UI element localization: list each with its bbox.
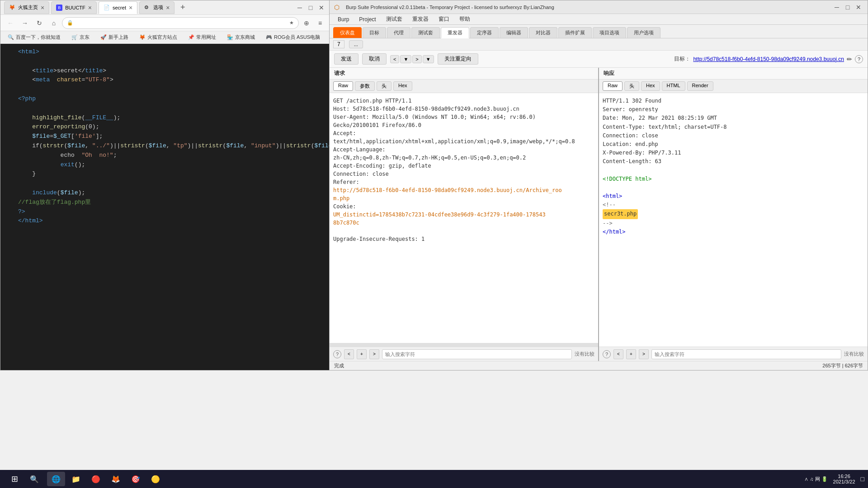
tab-secret[interactable]: 📄 secret × bbox=[99, 1, 137, 14]
taskbar-explorer-icon[interactable]: 📁 bbox=[67, 472, 85, 486]
resp-tab-render[interactable]: Render bbox=[687, 81, 713, 91]
response-content[interactable]: HTTP/1.1 302 Found Server: openresty Dat… bbox=[599, 93, 868, 347]
taskbar-browser-icon[interactable]: 🌐 bbox=[47, 472, 65, 486]
tab-secret-close[interactable]: × bbox=[129, 4, 132, 11]
notification-icon[interactable]: □ bbox=[861, 475, 864, 483]
taskbar-app1-icon[interactable]: 🔴 bbox=[87, 472, 105, 486]
tab-buuctf-close[interactable]: × bbox=[88, 4, 92, 11]
resp-tab-raw[interactable]: Raw bbox=[603, 81, 623, 91]
tab-repeater[interactable]: 重发器 bbox=[441, 27, 469, 38]
code-line-6: <?php bbox=[0, 94, 330, 104]
menu-burp[interactable]: Burp bbox=[333, 15, 354, 23]
request-search-input[interactable] bbox=[382, 349, 572, 359]
tab-compare[interactable]: 对比器 bbox=[529, 27, 557, 38]
resp-search-next2[interactable]: > bbox=[639, 349, 649, 359]
tab-project-options[interactable]: 项目选项 bbox=[593, 27, 626, 38]
bookmark-beginner[interactable]: 🚀 新手上路 bbox=[97, 33, 132, 42]
req-search-prev[interactable]: < bbox=[344, 349, 354, 359]
req-tab-hex[interactable]: Hex bbox=[393, 81, 412, 91]
req-line-16: 8b7c870c bbox=[333, 219, 594, 227]
req-search-next2[interactable]: > bbox=[369, 349, 379, 359]
tab-firefox-close[interactable]: × bbox=[41, 4, 44, 11]
browser-minimize[interactable]: ─ bbox=[295, 3, 304, 12]
home-button[interactable]: ⌂ bbox=[47, 17, 60, 29]
resp-tab-headers[interactable]: 头 bbox=[624, 81, 639, 91]
common-icon: 📌 bbox=[188, 34, 194, 40]
edit-target-icon[interactable]: ✏ bbox=[847, 56, 852, 63]
resp-search-next[interactable]: + bbox=[626, 349, 636, 359]
menu-project[interactable]: Project bbox=[354, 15, 380, 23]
clock[interactable]: 16:26 2021/3/22 bbox=[833, 474, 855, 484]
taskbar-app4-icon[interactable]: 🟡 bbox=[146, 472, 165, 486]
menu-help[interactable]: 帮助 bbox=[455, 14, 475, 24]
response-search-input[interactable] bbox=[651, 349, 841, 359]
bookmark-jd[interactable]: 🛒 京东 bbox=[68, 33, 93, 42]
tab-target[interactable]: 目标 bbox=[363, 27, 386, 38]
menu-testsuite[interactable]: 测试套 bbox=[382, 14, 407, 24]
menu-btn[interactable]: ≡ bbox=[314, 17, 326, 29]
firefox-icon: 🦊 bbox=[139, 34, 146, 40]
request-help-icon[interactable]: ? bbox=[333, 350, 341, 358]
req-tab-raw[interactable]: Raw bbox=[333, 81, 353, 91]
tab-firefox[interactable]: 🦊 火狐主页 × bbox=[4, 1, 49, 14]
bookmark-star[interactable]: ★ bbox=[289, 20, 294, 26]
refresh-button[interactable]: ↻ bbox=[33, 17, 46, 29]
response-no-match: 没有比较 bbox=[844, 351, 864, 357]
menu-window[interactable]: 窗口 bbox=[434, 14, 454, 24]
taskbar-app3-icon[interactable]: 🎯 bbox=[127, 472, 145, 486]
send-button[interactable]: 发送 bbox=[334, 53, 359, 65]
new-tab-button[interactable]: + bbox=[176, 1, 189, 14]
next-nav-btn2[interactable]: ▼ bbox=[423, 55, 434, 63]
request-scrollbar[interactable] bbox=[330, 343, 598, 347]
menu-repeater[interactable]: 重发器 bbox=[408, 14, 433, 24]
tab-dashboard[interactable]: 仪表盘 bbox=[333, 27, 362, 38]
tab-sequencer[interactable]: 定序器 bbox=[470, 27, 499, 38]
prev-nav-btn[interactable]: < bbox=[390, 55, 399, 63]
taskbar-running-apps: 🌐 📁 🔴 🦊 🎯 🟡 bbox=[47, 472, 165, 486]
resp-tab-hex[interactable]: Hex bbox=[641, 81, 660, 91]
tab-decoder[interactable]: 编辑器 bbox=[500, 27, 528, 38]
burp-titlebar: ⬡ Burp Suite Professional v2.0.11beta - … bbox=[330, 0, 868, 14]
req-tab-headers[interactable]: 头 bbox=[377, 81, 392, 91]
resp-search-prev[interactable]: < bbox=[613, 349, 623, 359]
forward-button[interactable]: → bbox=[19, 17, 31, 29]
target-help-icon[interactable]: ? bbox=[855, 55, 863, 63]
browser-maximize[interactable]: □ bbox=[306, 3, 315, 12]
req-line-5: Accept: bbox=[333, 129, 594, 137]
cancel-button[interactable]: 取消 bbox=[362, 53, 387, 65]
bookmark-jd2[interactable]: 🏪 京东商城 bbox=[223, 33, 259, 42]
tab-testsuite[interactable]: 测试套 bbox=[411, 27, 440, 38]
tab-proxy[interactable]: 代理 bbox=[387, 27, 410, 38]
secure-icon: 🔒 bbox=[67, 20, 73, 26]
nav-dropdown[interactable]: ▼ bbox=[400, 55, 411, 63]
tab-options-close[interactable]: × bbox=[166, 4, 170, 11]
request-content[interactable]: GET /action.php HTTP/1.1 Host: 5d78c518-… bbox=[330, 93, 598, 343]
back-button[interactable]: ← bbox=[4, 17, 17, 29]
taskbar-app2-icon[interactable]: 🦊 bbox=[107, 472, 125, 486]
tab-extensions[interactable]: 插件扩展 bbox=[558, 27, 592, 38]
more-tabs-button[interactable]: ... bbox=[349, 40, 363, 48]
start-button[interactable]: ⊞ bbox=[4, 472, 25, 486]
req-tab-params[interactable]: 参数 bbox=[355, 81, 375, 91]
burp-restore[interactable]: □ bbox=[843, 3, 852, 12]
follow-redirect-button[interactable]: 关注重定向 bbox=[438, 53, 478, 65]
extension-btn[interactable]: ⊕ bbox=[301, 17, 312, 29]
burp-close[interactable]: ✕ bbox=[854, 3, 863, 12]
next-nav-btn[interactable]: > bbox=[412, 55, 421, 63]
browser-close[interactable]: ✕ bbox=[317, 3, 326, 12]
tab-buuctf[interactable]: B BUUCTF × bbox=[51, 1, 97, 14]
bookmark-common[interactable]: 📌 常用网址 bbox=[184, 33, 220, 42]
search-taskbar-icon[interactable]: 🔍 bbox=[25, 472, 43, 486]
req-search-next[interactable]: + bbox=[357, 349, 367, 359]
bookmark-rog[interactable]: 🎮 ROG会员 ASUS电脑 bbox=[262, 33, 324, 42]
bookmark-baidu[interactable]: 🔍 百度一下，你就知道 bbox=[4, 33, 64, 42]
address-bar[interactable]: 🔒 5d78c518-f6b0-4efd-8150-98da09cf9249.n… bbox=[62, 17, 299, 29]
tab-options[interactable]: ⚙ 选项 × bbox=[139, 1, 175, 14]
burp-minimize[interactable]: ─ bbox=[832, 3, 841, 12]
tab-user-options[interactable]: 用户选项 bbox=[627, 27, 660, 38]
bookmark-firefox-official[interactable]: 🦊 火狐官方站点 bbox=[136, 33, 181, 42]
response-help-icon[interactable]: ? bbox=[603, 350, 611, 358]
resp-tab-html[interactable]: HTML bbox=[662, 81, 685, 91]
tab-options-label: 选项 bbox=[153, 4, 163, 11]
url-input[interactable]: 5d78c518-f6b0-4efd-8150-98da09cf9249.nod… bbox=[76, 20, 287, 26]
